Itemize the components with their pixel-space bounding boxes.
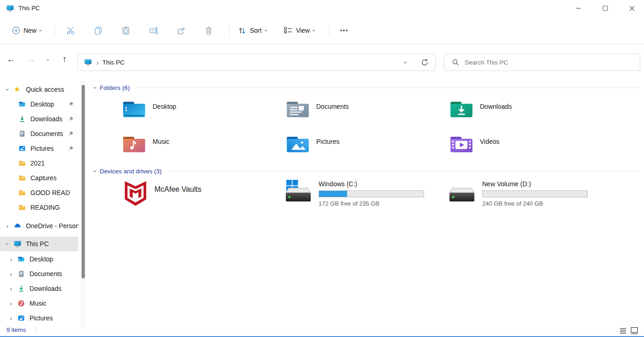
chevron-right-icon[interactable]	[10, 301, 12, 307]
see-more-button[interactable]	[335, 21, 353, 40]
details-view-button[interactable]	[618, 326, 628, 335]
sidebar-item-label: Downloads	[30, 115, 62, 123]
folder-tile-pictures[interactable]: Pictures	[278, 131, 435, 162]
large-icons-view-button[interactable]	[629, 326, 639, 335]
ellipsis-icon	[339, 26, 349, 35]
device-tile-mcafee-vaults[interactable]: McAfee Vaults	[114, 179, 273, 212]
address-bar[interactable]: This PC	[77, 53, 436, 71]
chevron-right-icon[interactable]	[10, 256, 12, 262]
sidebar-item-label: OneDrive - Person	[26, 222, 78, 230]
chevron-right-icon[interactable]	[6, 223, 8, 229]
close-icon	[621, 0, 643, 17]
music-folder-icon	[122, 134, 146, 154]
search-input[interactable]	[465, 59, 640, 66]
sidebar-item-captures[interactable]: Captures	[0, 171, 78, 185]
sidebar-item-pc-music[interactable]: Music	[0, 296, 78, 311]
sidebar-scrollbar[interactable]	[80, 81, 86, 327]
recent-locations-button[interactable]	[41, 51, 54, 68]
sidebar-item-downloads[interactable]: Downloads	[0, 112, 78, 126]
folder-tile-documents[interactable]: Documents	[278, 96, 435, 127]
pictures-folder-icon	[286, 134, 310, 154]
sidebar-item-pc-downloads[interactable]: Downloads	[0, 281, 78, 296]
sidebar-item-2021[interactable]: 2021	[0, 156, 78, 171]
paste-button[interactable]	[117, 21, 135, 40]
desktop-folder-icon	[18, 255, 25, 263]
search-box[interactable]	[444, 53, 640, 71]
close-button[interactable]	[621, 0, 643, 17]
copy-button[interactable]	[89, 21, 107, 40]
large-icons-view-icon	[630, 326, 638, 335]
chevron-down-icon	[311, 30, 317, 31]
section-rule	[168, 171, 640, 171]
downloads-icon	[18, 285, 25, 292]
sidebar-item-documents[interactable]: Documents	[0, 126, 78, 141]
minimize-icon	[568, 0, 589, 17]
breadcrumb-this-pc[interactable]: This PC	[102, 59, 124, 66]
sidebar-item-label: Quick access	[26, 86, 64, 93]
drive-free-space: 172 GB free of 235 GB	[319, 200, 424, 207]
pin-icon	[68, 146, 74, 151]
device-tile-windows-c[interactable]: Windows (C:) 172 GB free of 235 GB	[278, 178, 437, 211]
sidebar-item-this-pc[interactable]: This PC	[0, 236, 78, 251]
sidebar-item-desktop[interactable]: Desktop	[0, 97, 78, 112]
refresh-icon[interactable]	[421, 59, 429, 66]
desktop-folder-icon	[122, 99, 146, 119]
sidebar-item-pc-documents[interactable]: Documents	[0, 266, 78, 281]
chevron-down-icon[interactable]	[92, 170, 98, 172]
chevron-right-icon[interactable]	[10, 271, 12, 277]
sidebar-item-good-read[interactable]: GOOD READ	[0, 185, 78, 200]
device-tile-new-volume-d[interactable]: New Volume (D:) 240 GB free of 240 GB	[442, 178, 601, 211]
sidebar-item-onedrive[interactable]: OneDrive - Person	[0, 219, 78, 233]
view-button[interactable]: View	[280, 21, 319, 40]
address-dropdown-chevron-icon[interactable]	[402, 61, 409, 64]
minimize-button[interactable]	[568, 0, 589, 17]
hard-drive-icon	[449, 187, 475, 203]
breadcrumb-chevron-icon	[96, 59, 99, 66]
this-pc-monitor-icon	[84, 59, 92, 66]
downloads-icon	[18, 115, 26, 123]
cut-button[interactable]	[61, 21, 80, 40]
status-bar: 9 items	[0, 325, 644, 336]
scrollbar-thumb[interactable]	[82, 85, 85, 278]
maximize-button[interactable]	[595, 0, 616, 17]
sidebar-item-label: Desktop	[30, 255, 53, 263]
section-header-devices[interactable]: Devices and drives (3)	[94, 166, 640, 176]
sidebar-item-reading[interactable]: READING	[0, 200, 78, 215]
chevron-down-icon[interactable]	[5, 89, 11, 90]
drive-usage-fill	[319, 191, 347, 197]
sidebar-item-label: 2021	[30, 160, 45, 167]
sidebar-item-quick-access[interactable]: ★ Quick access	[0, 82, 78, 97]
folder-tile-videos[interactable]: Videos	[442, 131, 598, 162]
view-list-icon	[284, 26, 293, 35]
chevron-down-icon	[38, 30, 44, 31]
delete-button[interactable]	[200, 21, 218, 40]
section-header-folders[interactable]: Folders (6)	[94, 83, 640, 92]
share-button[interactable]	[172, 21, 190, 40]
chevron-right-icon[interactable]	[10, 286, 12, 292]
pin-icon	[68, 101, 74, 107]
desktop-folder-icon	[18, 101, 26, 108]
folder-tile-label: Desktop	[153, 103, 176, 110]
new-button[interactable]: New	[8, 21, 45, 40]
folder-tile-music[interactable]: Music	[114, 131, 271, 162]
chevron-down-icon[interactable]	[5, 243, 11, 245]
document-icon	[18, 130, 26, 137]
copy-icon	[94, 26, 103, 35]
forward-button[interactable]: →	[23, 51, 40, 68]
chevron-right-icon[interactable]	[10, 315, 12, 321]
sort-arrows-icon	[238, 26, 247, 35]
sort-button[interactable]: Sort	[234, 21, 271, 40]
rename-button[interactable]	[144, 21, 163, 40]
sidebar-item-pc-desktop[interactable]: Desktop	[0, 252, 78, 266]
folder-tile-downloads[interactable]: Downloads	[442, 96, 598, 127]
back-arrow-icon: ←	[7, 54, 16, 65]
sidebar-item-label: READING	[30, 204, 60, 211]
up-button[interactable]: ↑	[56, 51, 73, 68]
back-button[interactable]: ←	[3, 51, 19, 68]
drive-name: New Volume (D:)	[482, 180, 588, 188]
windows-drive-icon	[284, 180, 313, 204]
sidebar-item-pictures[interactable]: Pictures	[0, 141, 78, 156]
folder-tile-desktop[interactable]: Desktop	[114, 96, 271, 127]
chevron-down-icon[interactable]	[92, 87, 98, 89]
sidebar-item-pc-pictures[interactable]: Pictures	[0, 311, 78, 325]
